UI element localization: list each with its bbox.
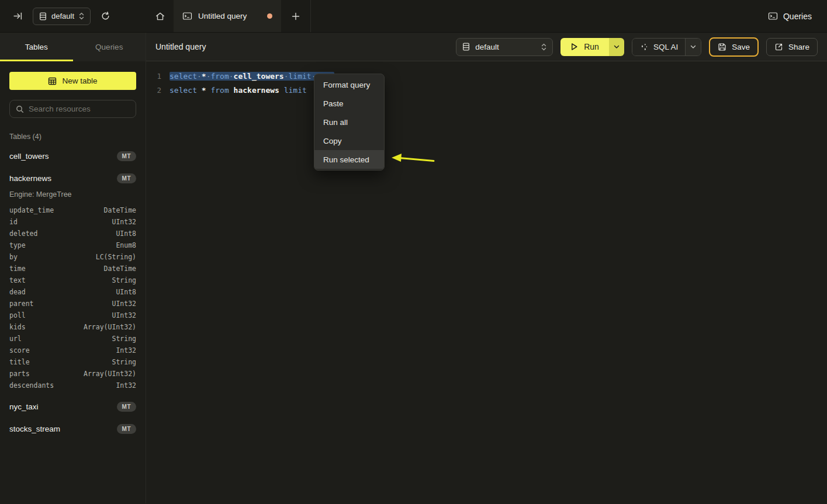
code-text: select * from hackernews limit: [169, 86, 312, 95]
run-options-dropdown[interactable]: [609, 38, 624, 56]
selected-code: select·*·from·cell_towers·limit·100·: [169, 72, 334, 81]
query-toolbar: default Run: [456, 37, 818, 57]
table-name: cell_towers: [9, 152, 49, 161]
search-icon: [16, 105, 24, 113]
column-name: dead: [9, 286, 26, 298]
table-column-row: type Enum8: [9, 239, 136, 251]
table-column-row: text String: [9, 274, 136, 286]
top-bar-left: default: [0, 0, 146, 32]
save-floppy-icon: [718, 43, 726, 51]
table-name: hackernews: [9, 174, 51, 183]
code-line[interactable]: 2 select * from hackernews limit: [146, 83, 827, 97]
context-menu-item[interactable]: Run all: [314, 113, 384, 131]
app-window: { "colors": { "accent_yellow": "#f2f350"…: [0, 0, 827, 504]
new-table-label: New table: [62, 77, 97, 85]
table-column-row: time DateTime: [9, 263, 136, 274]
column-name: descendants: [9, 380, 54, 391]
toolbar-database-selector[interactable]: default: [456, 38, 553, 56]
line-number: 1: [146, 72, 161, 81]
context-menu-item[interactable]: Format query: [314, 75, 384, 94]
content-area: Tables Queries New table: [0, 33, 827, 503]
topbar-database-selector[interactable]: default: [33, 8, 91, 25]
engine-badge: MT: [117, 424, 136, 434]
column-name: update_time: [9, 204, 54, 216]
sidebar-tab-queries[interactable]: Queries: [73, 33, 146, 61]
sql-ai-dropdown[interactable]: [685, 39, 701, 55]
run-button-label: Run: [584, 42, 599, 51]
refresh-icon: [101, 11, 110, 21]
column-name: id: [9, 216, 18, 228]
sql-ai-button[interactable]: SQL AI: [632, 39, 685, 55]
tab-strip: Untitled query: [146, 0, 311, 32]
page-title: Untitled query: [155, 42, 206, 51]
database-icon: [39, 12, 47, 20]
column-type: String: [112, 356, 136, 368]
column-name: time: [9, 263, 26, 274]
new-table-button[interactable]: New table: [9, 72, 136, 90]
share-button-label: Share: [788, 43, 809, 51]
share-icon: [774, 43, 783, 51]
engine-badge: MT: [117, 402, 136, 412]
sidebar-tab-tables[interactable]: Tables: [0, 33, 73, 61]
tables-list: cell_towers MT hackernews MT Engine: Mer…: [9, 149, 136, 436]
terminal-icon: [182, 12, 192, 20]
home-tab[interactable]: [146, 0, 174, 32]
line-number: 2: [146, 86, 161, 95]
save-button[interactable]: Save: [709, 37, 759, 57]
column-type: DateTime: [104, 263, 136, 274]
column-name: score: [9, 345, 30, 356]
column-type: UInt32: [112, 216, 136, 228]
search-box: [9, 100, 136, 118]
table-column-row: score Int32: [9, 345, 136, 356]
table-list-item[interactable]: nyc_taxi MT: [9, 399, 136, 413]
context-menu-item[interactable]: Paste: [314, 94, 384, 113]
queries-button[interactable]: Queries: [768, 0, 812, 32]
tables-section-label: Tables (4): [9, 133, 136, 141]
column-type: Enum8: [116, 239, 136, 251]
search-input[interactable]: [29, 105, 132, 113]
table-name: stocks_stream: [9, 425, 60, 433]
sparkles-icon: [639, 43, 648, 51]
code-line[interactable]: 1 select·*·from·cell_towers·limit·100·: [146, 69, 827, 83]
table-list-item[interactable]: cell_towers MT: [9, 149, 136, 163]
column-name: parts: [9, 368, 30, 380]
context-menu-item[interactable]: Run selected: [314, 150, 384, 169]
table-column-row: update_time DateTime: [9, 204, 136, 216]
save-button-label: Save: [732, 43, 750, 51]
home-icon: [155, 11, 165, 22]
sql-editor[interactable]: 1 select·*·from·cell_towers·limit·100· 2…: [146, 61, 827, 503]
refresh-button[interactable]: [101, 11, 110, 21]
tab-label: Untitled query: [198, 12, 247, 20]
sql-ai-label: SQL AI: [653, 43, 678, 51]
top-bar: default: [0, 0, 827, 33]
engine-badge: MT: [117, 151, 136, 161]
column-name: parent: [9, 298, 34, 310]
share-button[interactable]: Share: [766, 38, 818, 56]
column-type: String: [112, 333, 136, 345]
queries-terminal-icon: [768, 12, 778, 20]
column-name: url: [9, 333, 22, 345]
new-tab-button[interactable]: [281, 0, 311, 32]
table-list-item[interactable]: stocks_stream MT: [9, 422, 136, 436]
run-button[interactable]: Run: [560, 38, 609, 56]
column-type: Int32: [116, 345, 136, 356]
collapse-sidebar-button[interactable]: [13, 11, 23, 21]
active-tab-underline: [0, 60, 73, 61]
main-panel: Untitled query default: [146, 33, 827, 503]
table-column-row: poll UInt32: [9, 310, 136, 321]
column-type: Array(UInt32): [84, 321, 136, 333]
column-name: text: [9, 274, 26, 286]
table-list-item[interactable]: hackernews MT: [9, 171, 136, 185]
column-type: UInt32: [112, 298, 136, 310]
table-column-row: url String: [9, 333, 136, 345]
run-button-group: Run: [560, 38, 624, 56]
column-type: LC(String): [96, 251, 136, 263]
chevron-down-icon: [614, 45, 620, 49]
column-type: String: [112, 274, 136, 286]
context-menu-item[interactable]: Copy: [314, 131, 384, 150]
column-name: by: [9, 251, 18, 263]
code-text: select·*·from·cell_towers·limit·100·: [169, 72, 334, 81]
sidebar-tabs: Tables Queries: [0, 33, 146, 61]
tab-untitled-query[interactable]: Untitled query: [174, 0, 281, 32]
table-column-row: kids Array(UInt32): [9, 321, 136, 333]
